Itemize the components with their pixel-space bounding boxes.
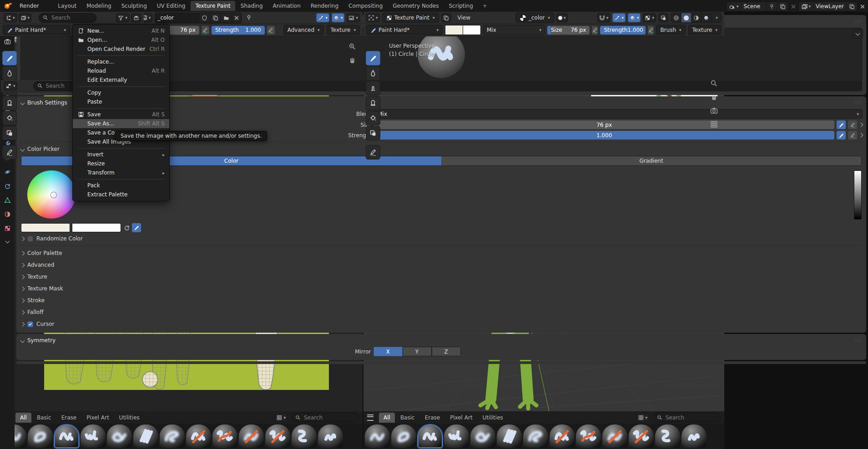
tab-scroll-chevron-icon[interactable]	[5, 239, 10, 244]
size-unify-button[interactable]	[837, 120, 846, 129]
new-collection-button[interactable]	[131, 13, 141, 22]
image-open-icon[interactable]	[221, 13, 232, 23]
viewport-strength-slider[interactable]: Strength1.000	[600, 26, 646, 35]
paint-mask-button[interactable]: ▾	[556, 13, 568, 22]
strength-slider[interactable]: Strength1.000	[212, 26, 265, 35]
viewlayer-name[interactable]: ViewLayer	[813, 2, 846, 11]
tool-annotate[interactable]	[2, 145, 17, 160]
image-name-field[interactable]: _color	[155, 13, 199, 23]
menu-item[interactable]: ▸	[74, 85, 168, 88]
tab-gradient[interactable]: Gradient	[441, 156, 861, 165]
workspace-tab[interactable]: Geometry Nodes	[388, 1, 443, 11]
panel-collapse-icon[interactable]	[20, 100, 25, 105]
shading-material-button[interactable]	[691, 13, 701, 22]
strength-pressure-icon[interactable]	[267, 26, 275, 35]
scene-pin-icon[interactable]	[766, 2, 777, 11]
workspace-tab[interactable]: Rendering	[306, 1, 343, 11]
tab-constraints[interactable]	[1, 180, 14, 191]
menu-item[interactable]: Extract Palette ▸	[73, 190, 169, 199]
collapsed-subpanel[interactable]: Color Palette	[16, 247, 866, 259]
menu-item[interactable]: Resize ▸	[73, 159, 169, 168]
size-expand-icon[interactable]	[859, 123, 863, 127]
vp-tool-clone[interactable]	[366, 96, 380, 110]
secondary-color-swatch[interactable]	[463, 25, 481, 35]
menu-item[interactable]: Save As... Shift Alt S ▸	[73, 119, 169, 128]
tab-object-data[interactable]	[1, 195, 14, 205]
mirror-axis-button[interactable]: Z	[432, 347, 461, 356]
viewport-pan-icon[interactable]	[710, 93, 718, 101]
viewport-strength-pressure-icon[interactable]	[648, 26, 654, 35]
advanced-popover[interactable]: Advanced▾	[283, 25, 324, 35]
blend-dropdown[interactable]: Mix▾	[374, 109, 863, 119]
tab-render[interactable]	[1, 36, 14, 47]
subpanel-checkbox[interactable]	[27, 321, 33, 327]
topbar-menu[interactable]: Render	[15, 1, 45, 10]
image-unlink-icon[interactable]	[232, 13, 241, 23]
collapsed-subpanel[interactable]: Texture Mask	[16, 283, 866, 294]
viewport-overlays-button[interactable]: ▾	[628, 13, 641, 22]
workspace-tab[interactable]: Compositing	[344, 1, 387, 11]
mode-dropdown[interactable]: Texture Paint▾	[382, 13, 439, 23]
outliner-filter-button[interactable]: ▾	[116, 13, 129, 22]
collapsed-subpanel[interactable]: Texture	[16, 271, 866, 283]
pan-hand-icon[interactable]	[348, 56, 356, 64]
workspace-tab[interactable]: Shading	[236, 1, 267, 11]
texture-overlay-button[interactable]: ▾	[643, 13, 656, 22]
tab-material[interactable]	[1, 209, 14, 220]
viewport-view-menu[interactable]: View	[454, 13, 474, 22]
scene-name[interactable]: Scene	[741, 2, 766, 11]
menu-item[interactable]: Copy ▸	[73, 88, 169, 97]
primary-color-swatch[interactable]	[445, 25, 463, 35]
viewport-size-slider[interactable]: Size76 px	[547, 26, 590, 35]
mirror-axis-button[interactable]: X	[373, 347, 403, 356]
tool-fill[interactable]	[2, 111, 17, 125]
blend-mode-dropdown[interactable]: Mix▾	[483, 25, 545, 35]
panel-drag-dots[interactable]: ::::	[854, 338, 862, 343]
fake-user-shield-icon[interactable]	[199, 13, 210, 23]
vp-tool-fill[interactable]	[366, 111, 380, 125]
outliner-display-mode-button[interactable]: ▾	[4, 13, 17, 22]
shading-solid-button[interactable]	[681, 13, 691, 22]
menu-item[interactable]: Transform ▸	[73, 168, 169, 177]
workspace-tab[interactable]: Animation	[268, 1, 305, 11]
brush-popover[interactable]: Brush▾	[656, 25, 685, 35]
viewport-ortho-grid-icon[interactable]	[710, 120, 718, 128]
collapsed-subpanel[interactable]: Falloff	[16, 306, 866, 318]
xray-toggle-button[interactable]	[658, 13, 668, 22]
display-channels-button[interactable]: ▾	[347, 13, 360, 22]
brush-asset-menu-button[interactable]	[852, 29, 863, 39]
tool-draw-brush[interactable]	[2, 51, 17, 65]
viewlayer-new-button[interactable]	[846, 2, 857, 11]
color-unify-button[interactable]	[132, 223, 141, 232]
primary-color-field[interactable]	[21, 223, 70, 232]
size-pressure-icon[interactable]	[202, 26, 209, 35]
scene-new-button[interactable]	[777, 2, 788, 11]
menu-item[interactable]: Save Alt S ▸	[73, 110, 169, 119]
properties-editor-type-button[interactable]: ▾	[4, 81, 17, 90]
menu-item[interactable]: Replace... ▸	[73, 57, 169, 66]
menu-item[interactable]: ▸	[74, 106, 168, 110]
color-attribute-dropdown[interactable]: _color▾	[515, 13, 554, 23]
workspace-tab[interactable]: Layout	[53, 1, 81, 11]
tool-clone[interactable]	[2, 96, 17, 110]
strength-expand-icon[interactable]	[859, 133, 863, 138]
collapsed-subpanel[interactable]: Advanced	[16, 259, 866, 271]
shading-dropdown[interactable]: ▾	[711, 13, 721, 22]
tab-physics[interactable]	[1, 166, 14, 177]
secondary-color-field[interactable]	[72, 223, 121, 232]
viewlayer-browse-button[interactable]: ▾	[799, 2, 813, 11]
outliner-search-input[interactable]	[50, 14, 92, 21]
collapsed-subpanel[interactable]: Cursor	[16, 318, 866, 330]
tool-mask[interactable]	[2, 126, 17, 140]
color-wheel-cursor[interactable]	[51, 192, 56, 198]
menu-item[interactable]: Open... Alt O ▸	[73, 35, 169, 45]
workspace-tab[interactable]: Sculpting	[117, 1, 151, 11]
panel-drag-dots[interactable]: ::::	[854, 100, 862, 105]
scene-browse-button[interactable]: ▾	[727, 2, 741, 11]
texture-popover-3d[interactable]: Texture▾	[688, 25, 722, 35]
tool-soften[interactable]	[2, 66, 17, 80]
menu-item[interactable]: Edit Externally ▸	[73, 75, 169, 85]
menu-item[interactable]: Pack ▸	[73, 181, 169, 190]
zoom-icon[interactable]	[348, 43, 356, 50]
collapsed-subpanel[interactable]: Stroke	[16, 294, 866, 306]
